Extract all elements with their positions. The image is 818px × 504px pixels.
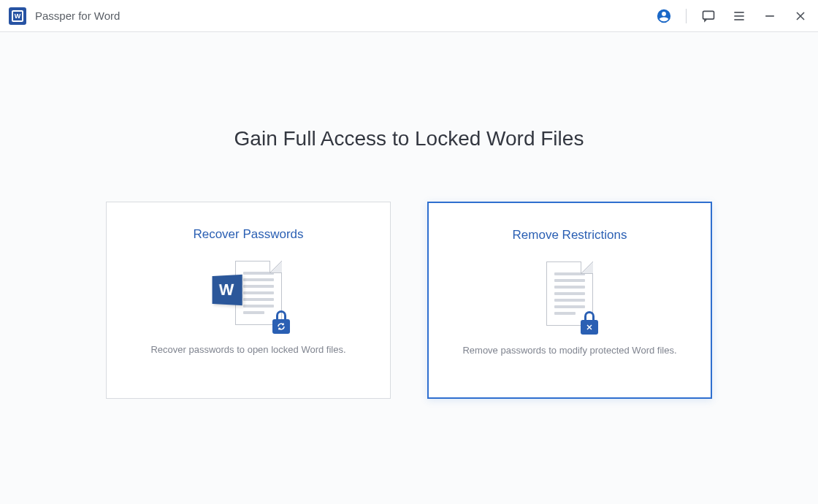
app-title: Passper for Word: [35, 9, 655, 22]
feedback-button[interactable]: [700, 7, 717, 25]
option-card-remove-restrictions[interactable]: Remove Restrictions Remove passwords to …: [427, 202, 712, 399]
titlebar-controls: [655, 7, 809, 25]
option-card-row: Recover Passwords W Recover passwords to…: [106, 202, 712, 399]
option-card-recover-passwords[interactable]: Recover Passwords W Recover passwords to…: [106, 202, 391, 399]
card-description: Remove passwords to modify protected Wor…: [440, 345, 698, 356]
menu-icon: [732, 9, 746, 23]
minimize-button[interactable]: [761, 7, 779, 25]
chat-icon: [701, 9, 716, 23]
menu-button[interactable]: [730, 7, 748, 25]
page-headline: Gain Full Access to Locked Word Files: [234, 127, 584, 150]
close-icon: [793, 9, 808, 23]
titlebar: W Passper for Word: [0, 0, 818, 32]
remove-illustration: [537, 257, 603, 330]
word-badge-icon: W: [213, 275, 242, 305]
lock-refresh-icon: [272, 310, 290, 334]
account-circle-icon: [656, 8, 672, 24]
card-title: Recover Passwords: [193, 227, 303, 242]
main-content: Gain Full Access to Locked Word Files Re…: [0, 32, 818, 399]
minimize-icon: [762, 9, 777, 23]
svg-rect-0: [703, 11, 714, 19]
close-button[interactable]: [792, 7, 809, 25]
card-description: Recover passwords to open locked Word fi…: [129, 344, 367, 355]
app-logo: W: [9, 7, 26, 25]
titlebar-divider: [686, 9, 687, 23]
recover-illustration: W: [208, 256, 288, 329]
lock-remove-icon: [581, 311, 598, 335]
account-button[interactable]: [655, 7, 673, 25]
card-title: Remove Restrictions: [513, 228, 627, 243]
app-logo-letter: W: [12, 10, 23, 22]
